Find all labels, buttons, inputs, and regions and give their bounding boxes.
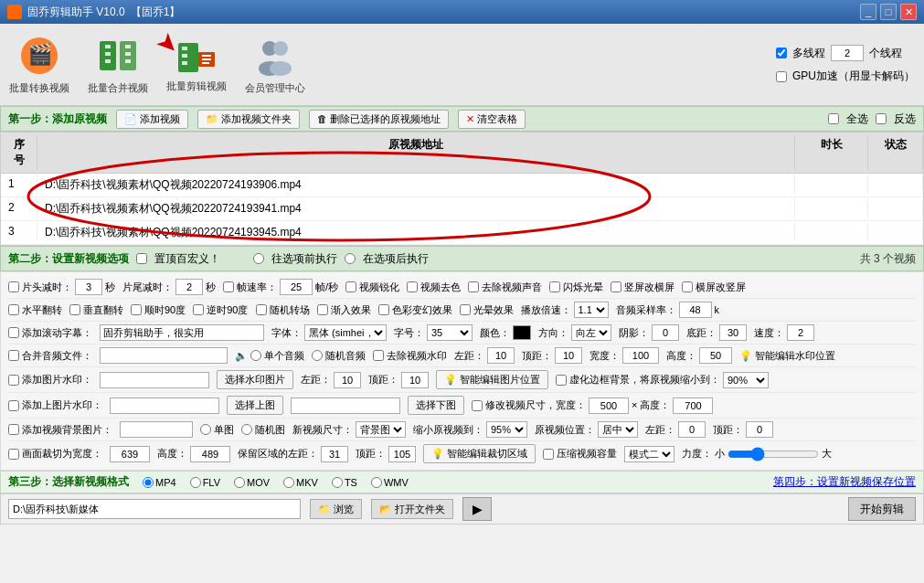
modify-height-input[interactable] — [673, 398, 713, 414]
frame-rate-input[interactable] — [280, 279, 313, 295]
random-transition-checkbox[interactable] — [256, 304, 267, 315]
modify-width-input[interactable] — [589, 398, 629, 414]
color-change-checkbox[interactable] — [378, 304, 389, 315]
format-mov-radio[interactable] — [234, 477, 245, 488]
img-top-input[interactable] — [401, 372, 429, 388]
select-top-button[interactable]: 选择上图 — [227, 396, 283, 415]
smart-image-button[interactable]: 💡 智能编辑图片位置 — [436, 370, 548, 389]
shadow-input[interactable] — [652, 324, 679, 341]
sharpen-checkbox[interactable] — [345, 281, 356, 292]
font-size-select[interactable]: 35 — [427, 324, 473, 341]
reserve-left-input[interactable] — [321, 446, 348, 462]
head-trim-input[interactable] — [75, 279, 102, 295]
close-button[interactable]: ✕ — [900, 4, 917, 20]
toolbar-member[interactable]: 会员管理中心 — [245, 34, 305, 95]
single-audio-radio[interactable] — [250, 350, 261, 361]
glow-checkbox[interactable] — [460, 304, 471, 315]
img-wm-path-input[interactable] — [100, 372, 209, 388]
shrink-select[interactable]: 95% — [486, 421, 527, 438]
select-bottom-button[interactable]: 选择下图 — [408, 396, 464, 415]
flicker-checkbox[interactable] — [549, 281, 560, 292]
font-select-input[interactable]: 黑体 (simhei，) — [304, 324, 387, 341]
rotate-ccw-checkbox[interactable] — [193, 304, 204, 315]
invert-select-checkbox[interactable] — [876, 113, 887, 124]
random-img-radio[interactable] — [241, 424, 252, 435]
random-audio-radio[interactable] — [312, 350, 323, 361]
playback-speed-select[interactable]: 1.11.21.52.0 — [574, 302, 609, 318]
top-img-input[interactable] — [110, 398, 219, 414]
position-select[interactable]: 居中 — [598, 421, 638, 438]
merge-audio-checkbox[interactable] — [8, 350, 19, 361]
wm-left-input[interactable] — [487, 347, 515, 364]
rotate-cw-checkbox[interactable] — [131, 304, 142, 315]
crop-height-input[interactable] — [190, 446, 230, 462]
new-size-select[interactable]: 背景图 — [356, 421, 406, 438]
open-folder-button[interactable]: 📂 打开文件夹 — [371, 499, 453, 519]
head-trim-checkbox[interactable] — [8, 281, 19, 292]
format-ts-radio[interactable] — [332, 477, 343, 488]
h-flip-checkbox[interactable] — [8, 304, 19, 315]
wm-top-input[interactable] — [555, 347, 582, 364]
format-wmv-radio[interactable] — [371, 477, 382, 488]
img-left-input[interactable] — [334, 372, 361, 388]
compress-checkbox[interactable] — [543, 449, 554, 460]
grayscale-checkbox[interactable] — [407, 281, 418, 292]
maximize-button[interactable]: □ — [880, 4, 897, 20]
border-value-select[interactable]: 90% — [723, 372, 769, 388]
portrait-landscape-checkbox[interactable] — [611, 281, 621, 292]
gpu-accel-checkbox[interactable] — [776, 71, 787, 82]
add-video-button[interactable]: 📄 添加视频 — [116, 110, 188, 129]
single-img-radio[interactable] — [200, 424, 211, 435]
vid-top-input[interactable] — [746, 421, 773, 438]
smart-crop-button[interactable]: 💡 智能编辑裁切区域 — [423, 444, 536, 463]
toolbar-batch-convert[interactable]: 🎬 批量转换视频 — [9, 34, 69, 95]
tail-trim-input[interactable] — [175, 279, 203, 295]
frame-rate-checkbox[interactable] — [223, 281, 234, 292]
remove-audio-checkbox[interactable] — [468, 281, 479, 292]
bottom-img-input[interactable] — [291, 398, 400, 414]
v-flip-checkbox[interactable] — [69, 304, 80, 315]
remove-watermark-checkbox[interactable] — [373, 350, 384, 361]
audio-path-input[interactable] — [100, 347, 228, 364]
add-video-folder-button[interactable]: 📁 添加视频文件夹 — [197, 110, 300, 129]
output-path-input[interactable] — [8, 499, 301, 519]
multithread-checkbox[interactable] — [776, 48, 787, 58]
format-mp4-radio[interactable] — [143, 477, 154, 488]
format-mkv-radio[interactable] — [283, 477, 294, 488]
wm-width-input[interactable] — [622, 347, 659, 364]
force-slider[interactable] — [728, 447, 819, 461]
start-edit-button[interactable]: 开始剪辑 — [848, 497, 916, 521]
thread-count-input[interactable] — [831, 45, 864, 61]
crop-checkbox[interactable] — [8, 449, 19, 460]
vid-left-input[interactable] — [678, 421, 706, 438]
wm-height-input[interactable] — [699, 347, 732, 364]
custom-checkbox[interactable] — [136, 253, 147, 264]
bottom-input[interactable] — [719, 324, 747, 341]
compress-mode-select[interactable]: 模式二 — [624, 446, 674, 462]
minimize-button[interactable]: _ — [860, 4, 876, 20]
img-wm-checkbox[interactable] — [8, 375, 19, 386]
landscape-portrait-checkbox[interactable] — [682, 281, 693, 292]
crop-width-input[interactable] — [110, 446, 150, 462]
delete-video-button[interactable]: 🗑 删除已选择的原视频地址 — [309, 110, 449, 129]
browse-button[interactable]: 📁 浏览 — [310, 499, 362, 519]
play-button[interactable]: ▶ — [462, 497, 492, 521]
exec-before-radio[interactable] — [253, 253, 264, 264]
exec-after-radio[interactable] — [345, 253, 356, 264]
reserve-top-input[interactable] — [388, 446, 416, 462]
direction-select[interactable]: 向左向右 — [571, 324, 611, 341]
step4-title[interactable]: 第四步：设置新视频保存位置 — [773, 474, 916, 490]
speed-input[interactable] — [787, 324, 814, 341]
add-bg-checkbox[interactable] — [8, 424, 19, 435]
select-all-checkbox[interactable] — [828, 113, 839, 124]
toolbar-batch-merge[interactable]: 批量合并视频 — [88, 34, 148, 95]
format-flv-radio[interactable] — [190, 477, 201, 488]
clear-table-button[interactable]: ✕ 清空表格 — [458, 110, 526, 129]
subtitle-checkbox[interactable] — [8, 327, 19, 338]
select-image-button[interactable]: 选择水印图片 — [217, 370, 293, 389]
subtitle-text-input[interactable] — [100, 324, 264, 341]
top-img-checkbox[interactable] — [8, 400, 19, 411]
modify-size-checkbox[interactable] — [472, 400, 483, 411]
bg-path-input[interactable] — [120, 421, 193, 438]
toolbar-batch-edit[interactable]: ➤ 批量剪辑视频 — [166, 36, 227, 93]
